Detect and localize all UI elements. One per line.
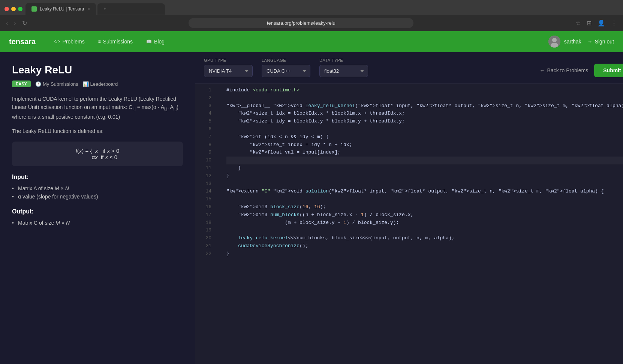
editor-area: GPU Type NVIDIA T4 NVIDIA A100 NVIDIA V1… [195, 52, 623, 364]
problem-title: Leaky ReLU [12, 64, 183, 76]
tab-favicon [31, 6, 37, 12]
sign-out-button[interactable]: → Sign out [587, 39, 614, 45]
app-logo[interactable]: tensara [9, 37, 36, 46]
code-line-21: cudaDeviceSynchronize(); [226, 242, 623, 250]
nav-submissions-label: Submissions [103, 39, 133, 45]
problem-description-panel: Leaky ReLU EASY 🕐 My Submissions 📊 Leade… [0, 52, 195, 364]
gpu-type-label: GPU Type [204, 58, 253, 63]
bookmark-button[interactable]: ☆ [574, 18, 582, 28]
data-type-group: Data Type float32 float16 int32 [319, 58, 368, 77]
input-item-2: α value (slope for negative values) [12, 192, 183, 201]
input-item-1: Matrix A of size M × N [12, 184, 183, 192]
extensions-button[interactable]: ⊞ [585, 18, 593, 28]
code-line-8: "kw2">size_t index = idy * n + idx; [226, 141, 623, 149]
code-line-6 [226, 125, 623, 133]
app-header: tensara </> Problems ≡ Submissions 📖 Blo… [0, 31, 623, 52]
difficulty-badge: EASY [12, 81, 31, 87]
nav-blog-label: Blog [154, 39, 165, 45]
main-nav: </> Problems ≡ Submissions 📖 Blog [48, 36, 548, 48]
close-button[interactable] [4, 7, 9, 11]
code-line-13 [226, 180, 623, 188]
arrow-left-icon: ← [540, 67, 545, 73]
browser-chrome: Leaky ReLU | Tensara × + ‹ › ↻ ☆ ⊞ 👤 ⋮ [0, 0, 623, 31]
code-line-20: leaky_relu_kernel<<<num_blocks, block_si… [226, 234, 623, 242]
tab-close-button[interactable]: × [87, 6, 90, 12]
code-editor[interactable]: 12345678910111213141516171819202122 #inc… [195, 84, 623, 364]
output-title: Output: [12, 208, 183, 215]
editor-toolbar: GPU Type NVIDIA T4 NVIDIA A100 NVIDIA V1… [195, 52, 623, 84]
user-info: sarthak [548, 36, 581, 48]
line-numbers: 12345678910111213141516171819202122 [195, 87, 217, 258]
nav-problems[interactable]: </> Problems [48, 36, 91, 48]
code-line-19 [226, 227, 623, 234]
code-line-1: #include <cuda_runtime.h> [226, 87, 623, 94]
nav-problems-label: Problems [63, 39, 85, 45]
code-line-11: } [226, 164, 623, 172]
code-icon: </> [54, 39, 60, 44]
submit-button[interactable]: Submit [594, 64, 623, 77]
code-line-12: } [226, 172, 623, 180]
toolbar-actions: ← Back to Problems Submit [540, 64, 623, 77]
code-line-5: "kw2">size_t idy = blockIdx.y * blockDim… [226, 118, 623, 125]
code-line-18: (m + block_size.y - 1) / block_size.y); [226, 219, 623, 227]
code-line-3: "kw">__global__ "kw2">void leaky_relu_ke… [226, 102, 623, 110]
badges-row: EASY 🕐 My Submissions 📊 Leaderboard [12, 81, 183, 87]
username: sarthak [564, 39, 581, 45]
gpu-type-group: GPU Type NVIDIA T4 NVIDIA A100 NVIDIA V1… [204, 58, 253, 77]
back-label: Back to Problems [547, 67, 589, 73]
input-title: Input: [12, 174, 183, 181]
code-line-14: "kw">extern "C" "kw2">void solution("kw2… [226, 188, 623, 195]
tab-bar: Leaky ReLU | Tensara × + [0, 0, 623, 15]
book-icon: 📖 [146, 39, 152, 44]
address-bar[interactable] [189, 18, 413, 28]
nav-blog[interactable]: 📖 Blog [140, 36, 171, 48]
language-group: Language CUDA C++ Python [262, 58, 310, 77]
profile-button[interactable]: 👤 [596, 18, 607, 28]
browser-actions: ☆ ⊞ 👤 ⋮ [574, 18, 619, 28]
clock-icon: 🕐 [35, 81, 41, 87]
formula-text: f(x) = { x if x > 0 αx if x ≤ 0 [76, 148, 120, 160]
active-tab[interactable]: Leaky ReLU | Tensara × [25, 3, 96, 15]
code-line-16: "kw2">dim3 block_size(16, 16); [226, 203, 623, 211]
maximize-button[interactable] [18, 7, 22, 11]
description-text: Implement a CUDA kernel to perform the L… [12, 95, 183, 121]
gpu-type-select[interactable]: NVIDIA T4 NVIDIA A100 NVIDIA V100 [204, 65, 253, 77]
my-submissions-link[interactable]: 🕐 My Submissions [35, 81, 78, 87]
code-lines[interactable]: #include <cuda_runtime.h> "kw">__global_… [217, 87, 623, 258]
input-list: Matrix A of size M × N α value (slope fo… [12, 184, 183, 201]
nav-submissions[interactable]: ≡ Submissions [92, 36, 139, 48]
tab-title: Leaky ReLU | Tensara [40, 6, 84, 12]
output-list: Matrix C of size M × N [12, 219, 183, 227]
code-line-22: } [226, 250, 623, 258]
code-line-2 [226, 94, 623, 102]
code-line-15 [226, 195, 623, 203]
code-content: 12345678910111213141516171819202122 #inc… [195, 84, 623, 261]
code-line-9: "kw2">float val = input[index]; [226, 149, 623, 157]
language-label: Language [262, 58, 310, 63]
sign-out-label: Sign out [595, 39, 614, 45]
list-icon: ≡ [98, 39, 101, 44]
code-line-10 [226, 157, 623, 164]
svg-point-1 [552, 38, 557, 42]
sign-out-icon: → [587, 39, 593, 45]
header-right: sarthak → Sign out [548, 36, 614, 48]
data-type-select[interactable]: float32 float16 int32 [319, 65, 368, 77]
browser-toolbar: ‹ › ↻ ☆ ⊞ 👤 ⋮ [0, 15, 623, 31]
back-nav-button[interactable]: ‹ [4, 18, 9, 28]
data-type-label: Data Type [319, 58, 368, 63]
leaky-def-label: The Leaky ReLU function is defined as: [12, 127, 183, 135]
menu-button[interactable]: ⋮ [610, 18, 619, 28]
code-line-7: "kw2">if (idx < n && idy < m) { [226, 133, 623, 141]
back-to-problems-link[interactable]: ← Back to Problems [540, 67, 589, 73]
forward-nav-button[interactable]: › [12, 18, 17, 28]
output-item-1: Matrix C of size M × N [12, 219, 183, 227]
refresh-button[interactable]: ↻ [21, 18, 28, 28]
new-tab-button[interactable]: + [97, 3, 165, 15]
traffic-lights [3, 7, 24, 11]
main-content: Leaky ReLU EASY 🕐 My Submissions 📊 Leade… [0, 52, 623, 364]
language-select[interactable]: CUDA C++ Python [262, 65, 310, 77]
code-line-17: "kw2">dim3 num_blocks((n + block_size.x … [226, 211, 623, 219]
code-line-4: "kw2">size_t idx = blockIdx.x * blockDim… [226, 110, 623, 118]
minimize-button[interactable] [11, 7, 16, 11]
leaderboard-link[interactable]: 📊 Leaderboard [83, 81, 118, 87]
